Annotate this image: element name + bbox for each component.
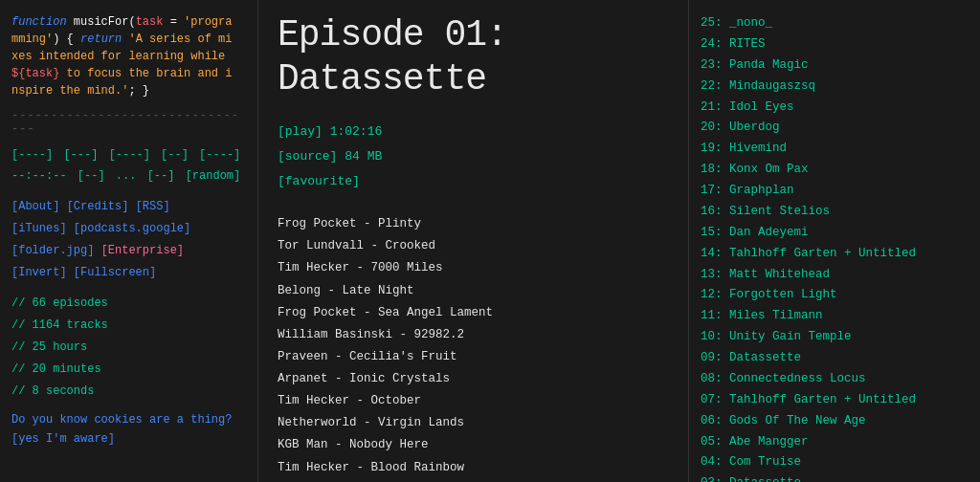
- playlist-item-15[interactable]: 15: Dan Adeyemi: [701, 223, 969, 244]
- ctrl-prev[interactable]: [---]: [63, 148, 98, 162]
- playlist-item-18[interactable]: 18: Konx Om Pax: [701, 160, 969, 181]
- stat-hours: // 25 hours: [11, 337, 246, 359]
- track-item[interactable]: Netherworld - Virgin Lands: [278, 412, 669, 434]
- right-panel: 25: _nono_ 24: RITES 23: Panda Magic 22:…: [689, 0, 980, 482]
- stat-tracks: // 1164 tracks: [11, 315, 246, 337]
- cookie-answer-link[interactable]: [yes I'm aware]: [11, 430, 246, 449]
- track-item[interactable]: Frog Pocket - Plinty: [278, 213, 669, 235]
- folder-link[interactable]: [folder.jpg]: [11, 244, 94, 257]
- code-block: function musicFor(task = 'progra mming')…: [11, 13, 246, 99]
- rss-link[interactable]: [RSS]: [136, 200, 170, 213]
- playlist-item-04[interactable]: 04: Com Truise: [701, 452, 969, 473]
- links-row4: [Invert] [Fullscreen]: [11, 262, 246, 284]
- itunes-link[interactable]: [iTunes]: [11, 222, 67, 235]
- track-item[interactable]: Tim Hecker - Blood Rainbow: [278, 457, 669, 479]
- favourite-btn[interactable]: [favourite]: [278, 169, 669, 194]
- links-row3: [folder.jpg] [Enterprise]: [11, 240, 246, 262]
- stat-minutes: // 20 minutes: [11, 359, 246, 381]
- stat-episodes: // 66 episodes: [11, 293, 246, 315]
- playlist-item-21[interactable]: 21: Idol Eyes: [701, 98, 969, 119]
- playlist-item-10[interactable]: 10: Unity Gain Temple: [701, 327, 969, 348]
- links-section: [About] [Credits] [RSS] [iTunes] [podcas…: [11, 196, 246, 283]
- stat-seconds: // 8 seconds: [11, 381, 246, 403]
- stats-section: // 66 episodes // 1164 tracks // 25 hour…: [11, 293, 246, 402]
- nav-row1: [----] [---] [----] [--] [----]: [11, 145, 246, 166]
- ctrl-prev-prev[interactable]: [----]: [11, 148, 53, 162]
- playlist-item-19[interactable]: 19: Hivemind: [701, 139, 969, 160]
- track-item[interactable]: William Basinski - 92982.2: [278, 324, 669, 346]
- left-panel: function musicFor(task = 'progra mming')…: [0, 0, 258, 482]
- track-list: Frog Pocket - Plinty Tor Lundvall - Croo…: [278, 213, 669, 482]
- playlist-item-14[interactable]: 14: Tahlhoff Garten + Untitled: [701, 244, 969, 265]
- nav-controls: [----] [---] [----] [--] [----] --:--:--…: [11, 145, 246, 186]
- track-item[interactable]: Praveen - Cecilia's Fruit: [278, 346, 669, 368]
- track-item[interactable]: Tim Hecker - 7000 Miles: [278, 257, 669, 279]
- code-string-line3: xes intended for learning while: [11, 50, 225, 63]
- code-text2: =: [163, 15, 184, 29]
- fullscreen-link[interactable]: [Fullscreen]: [74, 266, 156, 279]
- num-25: 25:: [701, 16, 729, 30]
- playlist-item-23[interactable]: 23: Panda Magic: [701, 55, 969, 77]
- code-function-keyword: function: [11, 15, 67, 29]
- code-return-string: 'A series of mi: [128, 33, 232, 46]
- playlist-item-25[interactable]: 25: _nono_: [701, 13, 969, 34]
- nav-row2: --:--:-- [--] ... [--] [random]: [11, 166, 246, 187]
- playlist-item-08[interactable]: 08: Connectedness Locus: [701, 369, 969, 390]
- links-row2: [iTunes] [podcasts.google]: [11, 218, 246, 240]
- playlist-item-22[interactable]: 22: Mindaugaszsq: [701, 77, 969, 98]
- source-info: [source] 84 MB: [278, 144, 669, 169]
- code-text: musicFor(: [74, 15, 136, 29]
- track-item[interactable]: Tor Lundvall - Crooked: [278, 235, 669, 257]
- ctrl-dots: ...: [116, 169, 137, 183]
- playlist-item-16[interactable]: 16: Silent Stelios: [701, 202, 969, 223]
- code-var-task: task: [136, 15, 164, 29]
- ctrl-next[interactable]: [--]: [161, 148, 189, 162]
- google-podcasts-link[interactable]: [podcasts.google]: [74, 222, 190, 235]
- play-label[interactable]: [play]: [278, 124, 323, 139]
- episode-title: Episode 01:Datassette: [278, 13, 669, 100]
- code-close: ; }: [128, 84, 149, 98]
- source-size: 84 MB: [345, 149, 382, 164]
- playlist-item-12[interactable]: 12: Forgotten Light: [701, 285, 969, 306]
- playlist-item-20[interactable]: 20: Uberdog: [701, 118, 969, 139]
- playlist-item-09[interactable]: 09: Datassette: [701, 348, 969, 369]
- code-text3: ) {: [53, 33, 80, 46]
- ctrl-play[interactable]: [----]: [109, 148, 150, 162]
- invert-link[interactable]: [Invert]: [11, 266, 67, 279]
- ctrl-misc[interactable]: [--]: [147, 169, 175, 183]
- ctrl-next-next[interactable]: [----]: [199, 148, 240, 162]
- track-item[interactable]: Frog Pocket - Sea Angel Lament: [278, 302, 669, 324]
- credits-link[interactable]: [Credits]: [67, 200, 129, 213]
- code-string-line2: mming': [11, 33, 53, 46]
- episode-meta: [play] 1:02:16 [source] 84 MB [favourite…: [278, 120, 669, 194]
- cookie-notice: Do you know cookies are a thing? [yes I'…: [11, 411, 246, 448]
- ctrl-time: --:--:--: [11, 169, 67, 183]
- playlist-item-07[interactable]: 07: Tahlhoff Garten + Untitled: [701, 390, 969, 411]
- ctrl-random[interactable]: [random]: [186, 169, 241, 183]
- track-item[interactable]: Belong - Late Night: [278, 280, 669, 302]
- code-string-val: 'progra: [184, 15, 232, 29]
- playlist-item-11[interactable]: 11: Miles Tilmann: [701, 306, 969, 327]
- code-return-keyword: return: [80, 33, 122, 46]
- source-label: [source]: [278, 149, 337, 164]
- favourite-label[interactable]: [favourite]: [278, 174, 360, 188]
- playlist-item-17[interactable]: 17: Graphplan: [701, 181, 969, 202]
- code-string-line5: nspire the mind.': [11, 84, 128, 98]
- track-item[interactable]: KGB Man - Nobody Here: [278, 434, 669, 456]
- code-string-line4: to focus the brain and i: [59, 67, 232, 80]
- about-link[interactable]: [About]: [11, 200, 59, 213]
- enterprise-link[interactable]: [Enterprise]: [101, 244, 184, 257]
- play-info[interactable]: [play] 1:02:16: [278, 120, 669, 144]
- track-item[interactable]: Tim Hecker - October: [278, 390, 669, 412]
- play-duration: 1:02:16: [330, 124, 383, 139]
- code-var-inline: ${task}: [11, 67, 59, 80]
- middle-panel: Episode 01:Datassette [play] 1:02:16 [so…: [258, 0, 689, 482]
- title-25: _nono_: [729, 16, 772, 30]
- playlist-item-13[interactable]: 13: Matt Whitehead: [701, 265, 969, 286]
- playlist-item-03[interactable]: 03: Datassette: [701, 473, 969, 482]
- playlist-item-05[interactable]: 05: Abe Mangger: [701, 432, 969, 453]
- track-item[interactable]: Arpanet - Ionic Crystals: [278, 368, 669, 390]
- playlist-item-24[interactable]: 24: RITES: [701, 34, 969, 55]
- playlist-item-06[interactable]: 06: Gods Of The New Age: [701, 411, 969, 432]
- ctrl-vol[interactable]: [--]: [78, 169, 105, 183]
